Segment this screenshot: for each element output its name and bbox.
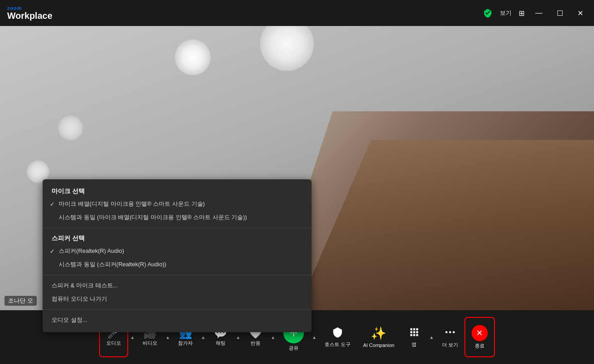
chevron-up-icon-5: ▲ <box>271 335 275 340</box>
grid-view-icon[interactable]: ⊞ <box>519 9 525 17</box>
divider-3 <box>43 309 312 310</box>
apps-chevron[interactable]: ▲ <box>428 317 436 357</box>
ceiling-light-1 <box>175 39 211 75</box>
mic-option-1[interactable]: 마이크 배열(디지털 마이크용 인텔® 스마트 사운드 기술) <box>43 197 312 211</box>
chevron-up-icon-3: ▲ <box>201 335 205 340</box>
shield-icon <box>483 8 493 18</box>
ceiling-light-4 <box>58 116 83 140</box>
end-button[interactable]: ✕ 종료 <box>464 317 495 357</box>
titlebar-controls: 보기 ⊞ — ☐ ✕ <box>483 7 587 19</box>
titlebar: zoom Workplace 보기 ⊞ — ☐ ✕ <box>0 0 594 26</box>
more-dots-svg <box>444 326 456 338</box>
divider-1 <box>43 228 312 228</box>
apps-button[interactable]: 앱 <box>401 317 428 357</box>
divider-2 <box>43 275 312 275</box>
more-icon <box>444 326 456 340</box>
close-button[interactable]: ✕ <box>574 7 587 19</box>
chevron-up-icon-6: ▲ <box>312 335 317 340</box>
mic-section-title: 마이크 선택 <box>43 185 312 197</box>
apps-svg <box>408 326 420 338</box>
chevron-up-icon-2: ▲ <box>165 335 170 340</box>
audio-settings[interactable]: 오디오 설정... <box>43 313 312 327</box>
minimize-button[interactable]: — <box>532 7 546 19</box>
logo-area: zoom Workplace <box>7 5 52 21</box>
speaker-mic-test[interactable]: 스피커 & 마이크 테스트... <box>43 279 312 292</box>
host-shield-icon <box>332 326 343 340</box>
svg-point-2 <box>452 331 455 334</box>
chevron-up-icon-4: ▲ <box>236 335 240 340</box>
logo-workplace: Workplace <box>7 11 52 21</box>
ai-icon-area: ✨ <box>371 326 386 341</box>
more-button[interactable]: 더 보기 <box>436 317 464 357</box>
security-shield[interactable] <box>483 8 493 18</box>
participant-name-label: 조나단 오 <box>4 296 37 306</box>
ceiling-light-2 <box>260 26 314 71</box>
leave-audio[interactable]: 컴퓨터 오디오 나가기 <box>43 292 312 306</box>
svg-point-1 <box>449 331 451 334</box>
logo-zoom: zoom <box>7 5 52 11</box>
chevron-up-icon: ▲ <box>130 335 134 340</box>
maximize-button[interactable]: ☐ <box>553 7 567 19</box>
ai-sparkle-icon: ✨ <box>371 326 386 341</box>
host-tools-button[interactable]: 호스트 도구 <box>318 317 357 357</box>
host-shield-svg <box>332 326 343 338</box>
view-button[interactable]: 보기 <box>500 9 512 17</box>
speaker-option-1[interactable]: 스피커(Realtek(R) Audio) <box>43 244 312 258</box>
apps-icon <box>408 326 420 340</box>
ai-companion-button[interactable]: ✨ AI Companion <box>357 317 401 357</box>
speaker-option-2[interactable]: 시스템과 동일 (스피커(Realtek(R) Audio)) <box>43 258 312 271</box>
svg-point-0 <box>445 331 447 334</box>
audio-dropdown-menu: 마이크 선택 마이크 배열(디지털 마이크용 인텔® 스마트 사운드 기술) 시… <box>43 179 312 332</box>
end-icon-circle: ✕ <box>472 325 488 341</box>
mic-option-2[interactable]: 시스템과 동일 (마이크 배열(디지털 마이크용 인텔® 스마트 사운드 기술)… <box>43 211 312 224</box>
end-x-icon: ✕ <box>476 328 483 338</box>
speaker-section-title: 스피커 선택 <box>43 232 312 244</box>
chevron-up-icon-7: ▲ <box>429 335 434 340</box>
